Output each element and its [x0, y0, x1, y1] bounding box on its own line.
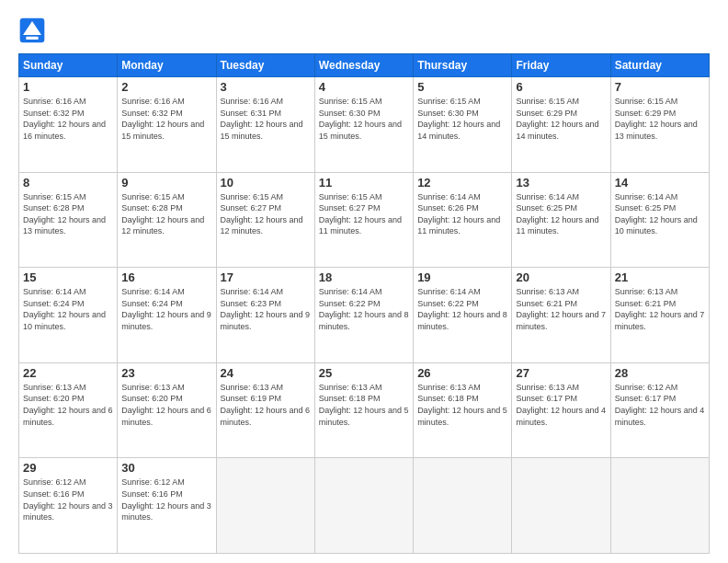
day-info: Sunrise: 6:13 AM Sunset: 6:21 PM Dayligh…: [516, 286, 606, 332]
calendar-cell: 17 Sunrise: 6:14 AM Sunset: 6:23 PM Dayl…: [216, 268, 314, 363]
day-number: 8: [23, 176, 113, 190]
calendar-header-row: SundayMondayTuesdayWednesdayThursdayFrid…: [19, 54, 710, 77]
day-header-sunday: Sunday: [19, 54, 118, 77]
day-number: 26: [417, 366, 507, 380]
calendar-cell: 3 Sunrise: 6:16 AM Sunset: 6:31 PM Dayli…: [216, 77, 314, 173]
day-number: 7: [615, 80, 705, 94]
calendar-cell: 25 Sunrise: 6:13 AM Sunset: 6:18 PM Dayl…: [314, 362, 413, 458]
calendar-cell: 21 Sunrise: 6:13 AM Sunset: 6:21 PM Dayl…: [610, 268, 709, 363]
day-info: Sunrise: 6:15 AM Sunset: 6:29 PM Dayligh…: [516, 96, 606, 142]
day-number: 11: [319, 176, 409, 190]
calendar-week-4: 29 Sunrise: 6:12 AM Sunset: 6:16 PM Dayl…: [19, 458, 710, 554]
calendar-cell: 2 Sunrise: 6:16 AM Sunset: 6:32 PM Dayli…: [118, 77, 216, 173]
day-info: Sunrise: 6:14 AM Sunset: 6:24 PM Dayligh…: [121, 286, 211, 332]
calendar-cell: [512, 458, 610, 554]
day-number: 2: [121, 80, 211, 94]
logo: [18, 17, 50, 44]
day-info: Sunrise: 6:15 AM Sunset: 6:28 PM Dayligh…: [121, 191, 211, 237]
day-number: 5: [417, 80, 507, 94]
calendar-cell: 7 Sunrise: 6:15 AM Sunset: 6:29 PM Dayli…: [610, 77, 709, 173]
day-info: Sunrise: 6:13 AM Sunset: 6:19 PM Dayligh…: [221, 382, 311, 428]
calendar-cell: 27 Sunrise: 6:13 AM Sunset: 6:17 PM Dayl…: [512, 362, 610, 458]
day-info: Sunrise: 6:16 AM Sunset: 6:32 PM Dayligh…: [23, 96, 113, 142]
day-info: Sunrise: 6:16 AM Sunset: 6:31 PM Dayligh…: [221, 96, 311, 142]
calendar-cell: 22 Sunrise: 6:13 AM Sunset: 6:20 PM Dayl…: [19, 362, 118, 458]
day-number: 15: [23, 270, 113, 284]
day-number: 22: [23, 366, 113, 380]
day-header-friday: Friday: [512, 54, 610, 77]
day-info: Sunrise: 6:14 AM Sunset: 6:25 PM Dayligh…: [615, 191, 705, 237]
day-header-monday: Monday: [118, 54, 216, 77]
calendar-cell: 13 Sunrise: 6:14 AM Sunset: 6:25 PM Dayl…: [512, 172, 610, 268]
day-number: 14: [615, 176, 705, 190]
day-number: 25: [319, 366, 409, 380]
header: [18, 17, 710, 44]
day-number: 29: [23, 461, 113, 475]
day-number: 20: [516, 270, 606, 284]
svg-rect-2: [26, 37, 38, 40]
calendar-cell: 18 Sunrise: 6:14 AM Sunset: 6:22 PM Dayl…: [314, 268, 413, 363]
day-info: Sunrise: 6:13 AM Sunset: 6:18 PM Dayligh…: [417, 382, 507, 428]
day-number: 28: [615, 366, 705, 380]
calendar-week-3: 22 Sunrise: 6:13 AM Sunset: 6:20 PM Dayl…: [19, 362, 710, 458]
day-info: Sunrise: 6:13 AM Sunset: 6:17 PM Dayligh…: [516, 382, 606, 428]
day-info: Sunrise: 6:13 AM Sunset: 6:21 PM Dayligh…: [615, 286, 705, 332]
day-number: 16: [121, 270, 211, 284]
day-info: Sunrise: 6:15 AM Sunset: 6:30 PM Dayligh…: [319, 96, 409, 142]
day-number: 13: [516, 176, 606, 190]
day-info: Sunrise: 6:14 AM Sunset: 6:24 PM Dayligh…: [23, 286, 113, 332]
calendar-cell: 9 Sunrise: 6:15 AM Sunset: 6:28 PM Dayli…: [118, 172, 216, 268]
calendar-cell: 14 Sunrise: 6:14 AM Sunset: 6:25 PM Dayl…: [610, 172, 709, 268]
day-number: 3: [221, 80, 311, 94]
calendar-table: SundayMondayTuesdayWednesdayThursdayFrid…: [18, 53, 710, 554]
day-number: 12: [417, 176, 507, 190]
day-info: Sunrise: 6:16 AM Sunset: 6:32 PM Dayligh…: [121, 96, 211, 142]
day-info: Sunrise: 6:13 AM Sunset: 6:20 PM Dayligh…: [121, 382, 211, 428]
day-number: 18: [319, 270, 409, 284]
calendar-cell: 26 Sunrise: 6:13 AM Sunset: 6:18 PM Dayl…: [414, 362, 512, 458]
calendar-cell: 8 Sunrise: 6:15 AM Sunset: 6:28 PM Dayli…: [19, 172, 118, 268]
calendar-week-0: 1 Sunrise: 6:16 AM Sunset: 6:32 PM Dayli…: [19, 77, 710, 173]
calendar-cell: 19 Sunrise: 6:14 AM Sunset: 6:22 PM Dayl…: [414, 268, 512, 363]
calendar-cell: 20 Sunrise: 6:13 AM Sunset: 6:21 PM Dayl…: [512, 268, 610, 363]
calendar-cell: 1 Sunrise: 6:16 AM Sunset: 6:32 PM Dayli…: [19, 77, 118, 173]
calendar-cell: 10 Sunrise: 6:15 AM Sunset: 6:27 PM Dayl…: [216, 172, 314, 268]
day-info: Sunrise: 6:13 AM Sunset: 6:20 PM Dayligh…: [23, 382, 113, 428]
day-number: 1: [23, 80, 113, 94]
day-number: 24: [221, 366, 311, 380]
calendar-cell: 11 Sunrise: 6:15 AM Sunset: 6:27 PM Dayl…: [314, 172, 413, 268]
day-info: Sunrise: 6:15 AM Sunset: 6:28 PM Dayligh…: [23, 191, 113, 237]
day-info: Sunrise: 6:14 AM Sunset: 6:23 PM Dayligh…: [221, 286, 311, 332]
calendar-cell: 6 Sunrise: 6:15 AM Sunset: 6:29 PM Dayli…: [512, 77, 610, 173]
day-number: 23: [121, 366, 211, 380]
calendar-cell: [610, 458, 709, 554]
day-number: 30: [121, 461, 211, 475]
calendar-cell: 24 Sunrise: 6:13 AM Sunset: 6:19 PM Dayl…: [216, 362, 314, 458]
day-number: 10: [221, 176, 311, 190]
day-info: Sunrise: 6:12 AM Sunset: 6:16 PM Dayligh…: [23, 477, 113, 523]
day-number: 9: [121, 176, 211, 190]
calendar-cell: 12 Sunrise: 6:14 AM Sunset: 6:26 PM Dayl…: [414, 172, 512, 268]
day-info: Sunrise: 6:14 AM Sunset: 6:26 PM Dayligh…: [417, 191, 507, 237]
day-info: Sunrise: 6:14 AM Sunset: 6:22 PM Dayligh…: [319, 286, 409, 332]
calendar-cell: [414, 458, 512, 554]
day-info: Sunrise: 6:14 AM Sunset: 6:25 PM Dayligh…: [516, 191, 606, 237]
calendar-cell: [314, 458, 413, 554]
day-number: 6: [516, 80, 606, 94]
day-info: Sunrise: 6:15 AM Sunset: 6:30 PM Dayligh…: [417, 96, 507, 142]
day-header-saturday: Saturday: [610, 54, 709, 77]
calendar-cell: 28 Sunrise: 6:12 AM Sunset: 6:17 PM Dayl…: [610, 362, 709, 458]
calendar-week-2: 15 Sunrise: 6:14 AM Sunset: 6:24 PM Dayl…: [19, 268, 710, 363]
calendar-cell: [216, 458, 314, 554]
day-number: 17: [221, 270, 311, 284]
logo-icon: [18, 17, 46, 44]
day-header-tuesday: Tuesday: [216, 54, 314, 77]
calendar-cell: 29 Sunrise: 6:12 AM Sunset: 6:16 PM Dayl…: [19, 458, 118, 554]
calendar-cell: 30 Sunrise: 6:12 AM Sunset: 6:16 PM Dayl…: [118, 458, 216, 554]
day-number: 21: [615, 270, 705, 284]
day-info: Sunrise: 6:12 AM Sunset: 6:16 PM Dayligh…: [121, 477, 211, 523]
day-info: Sunrise: 6:15 AM Sunset: 6:29 PM Dayligh…: [615, 96, 705, 142]
day-number: 27: [516, 366, 606, 380]
calendar-week-1: 8 Sunrise: 6:15 AM Sunset: 6:28 PM Dayli…: [19, 172, 710, 268]
calendar-cell: 15 Sunrise: 6:14 AM Sunset: 6:24 PM Dayl…: [19, 268, 118, 363]
